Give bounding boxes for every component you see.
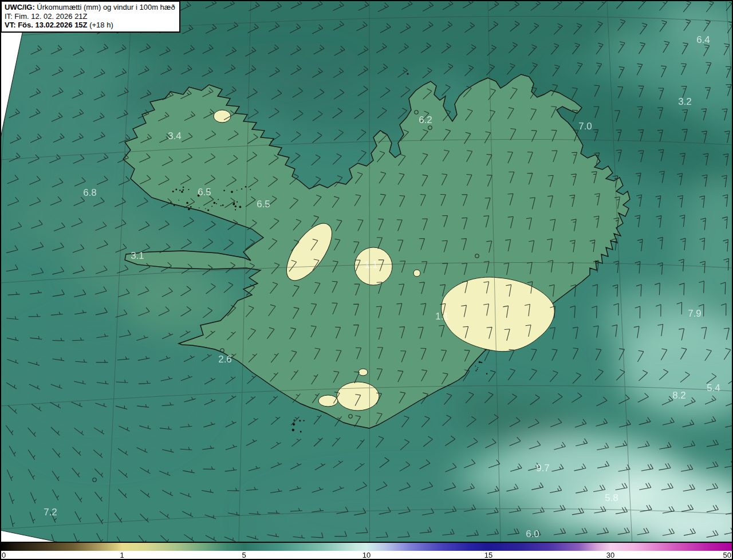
map-value-label: 3.2 — [678, 96, 692, 107]
islet-dot — [199, 207, 200, 208]
islet-dot — [299, 420, 301, 421]
map-value-label: 3.4 — [168, 131, 182, 141]
islet-dot — [181, 191, 183, 193]
islet-dot — [475, 366, 476, 367]
islet-dot — [303, 420, 304, 421]
map-value-label: 7.0 — [578, 121, 592, 132]
islet-dot — [220, 205, 222, 206]
islet-dot — [216, 203, 217, 204]
title-line-product: UWC/IG: Úrkomumætti (mm) og vindur i 100… — [5, 3, 175, 12]
map-value-label: 6.5 — [257, 199, 270, 210]
map-value-label: 6.5 — [198, 187, 211, 198]
islet-dot — [250, 189, 251, 190]
map-value-label: 9.7 — [536, 463, 550, 474]
islet-dot — [186, 202, 188, 204]
islet-dot — [237, 190, 238, 191]
islet-dot — [237, 202, 238, 203]
map-area: 6.43.27.06.23.46.86.56.53.11.11.12.67.95… — [0, 0, 733, 542]
islet-dot — [214, 202, 216, 204]
islet-dot — [231, 191, 233, 193]
islet-dot — [241, 188, 242, 190]
islet-dot — [172, 203, 173, 204]
islet-dot — [479, 361, 480, 363]
islet-dot — [478, 367, 479, 368]
init-label: IT: — [5, 12, 13, 21]
glacier-tindfjallajokull — [358, 369, 368, 376]
glacier-myrdalsjokull — [337, 382, 379, 411]
islet-dot — [183, 189, 184, 191]
islet-dot — [222, 204, 224, 206]
colorbar-tick-label: 5 — [242, 551, 246, 559]
colorbar-tick-label: 50 — [723, 551, 731, 559]
islet-dot — [235, 206, 237, 207]
colorbar-tick-label: 10 — [362, 551, 371, 559]
map-value-label: 5.8 — [605, 492, 618, 503]
valid-time-bold: VT: Fös. 13.02.2026 15Z — [5, 21, 88, 29]
map-value-label: 2.6 — [218, 354, 232, 365]
islet-dot — [172, 191, 174, 192]
islet-dot — [300, 431, 302, 433]
map-value-label: 7.2 — [44, 507, 57, 518]
map-value-label: 7.9 — [688, 308, 702, 319]
islet-dot — [294, 420, 295, 421]
islet-dot — [205, 208, 206, 209]
islet-dot — [234, 202, 235, 203]
islet-dot — [245, 186, 247, 188]
init-time: Fim. 12. 02. 2026 21Z — [14, 12, 87, 21]
islet-dot — [486, 373, 487, 374]
colorbar-tick-label: 30 — [606, 551, 614, 559]
colorbar-tick-label: 1 — [120, 551, 124, 559]
map-value-label: 5.4 — [707, 382, 720, 393]
islet-dot — [207, 209, 209, 211]
title-line-init: IT: Fim. 12. 02. 2026 21Z — [5, 12, 175, 21]
islet-dot — [232, 203, 235, 206]
precip-colorbar: 01510153050 — [0, 542, 733, 560]
map-value-label: 6.0 — [526, 529, 539, 539]
model-name: UWC/IG: — [5, 3, 35, 11]
islet-dot — [218, 199, 219, 200]
islet-dot — [179, 190, 180, 191]
glacier-drangajokull — [214, 110, 231, 123]
map-value-label: 6.4 — [696, 34, 710, 45]
islet-dot — [292, 429, 294, 431]
map-value-label: 8.2 — [672, 390, 686, 401]
islet-dot — [239, 206, 242, 208]
map-title-box: UWC/IG: Úrkomumætti (mm) og vindur i 100… — [1, 1, 180, 33]
islet-dot — [211, 206, 212, 207]
title-line-valid: VT: Fös. 13.02.2026 15Z (+18 h) — [5, 21, 175, 30]
colorbar-gradient — [0, 543, 733, 551]
map-value-label: 6.2 — [419, 115, 432, 125]
map-value-label: 1.1 — [435, 311, 449, 322]
islet-dot — [223, 190, 225, 191]
islet-dot — [178, 200, 179, 201]
islet-dot — [475, 370, 476, 371]
islet-dot — [174, 205, 175, 207]
map-value-label: 3.1 — [131, 250, 144, 261]
islet-dot — [235, 209, 236, 210]
forecast-map: 6.43.27.06.23.46.86.56.53.11.11.12.67.95… — [0, 0, 733, 542]
map-value-label: 6.8 — [83, 187, 97, 198]
islet-dot — [190, 206, 192, 208]
islet-dot — [476, 369, 478, 370]
islet-dot — [407, 73, 408, 74]
map-value-label: 1.1 — [364, 259, 378, 270]
islet-dot — [188, 208, 190, 211]
weather-map-screenshot: 6.43.27.06.23.46.86.56.53.11.11.12.67.95… — [0, 0, 733, 560]
colorbar-tick-label: 15 — [484, 551, 492, 559]
glacier-small — [413, 270, 420, 277]
islet-dot — [176, 189, 178, 191]
meridian-line — [369, 0, 370, 542]
colorbar-tick-label: 0 — [2, 551, 6, 559]
colorbar-tick-labels: 01510153050 — [0, 551, 733, 560]
islet-dot — [188, 189, 189, 190]
valid-offset: (+18 h) — [89, 21, 113, 29]
islet-dot — [183, 187, 184, 188]
product-name: Úrkomumætti (mm) og vindur i 100m hæð — [37, 3, 175, 11]
islet-dot — [480, 362, 482, 363]
